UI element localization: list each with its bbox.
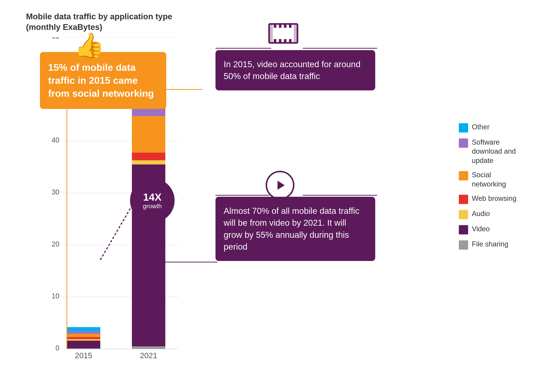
growth-sub: growth [143,203,162,210]
svg-rect-20 [67,327,100,331]
growth-main: 14X [143,191,162,203]
film-strip-icon [267,20,299,46]
svg-rect-36 [274,24,276,28]
svg-rect-38 [284,24,286,28]
svg-rect-22 [132,346,165,349]
svg-rect-16 [67,339,100,341]
hline-play-left [215,195,269,196]
svg-marker-44 [278,181,285,190]
legend-label: Social networking [472,170,524,189]
legend: OtherSoftware download and updateSocial … [459,122,524,250]
svg-text:20: 20 [52,240,60,248]
svg-rect-35 [294,24,297,43]
legend-label: Audio [472,209,490,218]
legend-swatch [459,225,468,235]
svg-line-30 [100,204,133,260]
play-triangle [274,179,287,192]
orange-callout: 15% of mobile data traffic in 2015 came … [40,52,166,109]
svg-rect-34 [269,24,273,43]
orange-callout-text: 15% of mobile data traffic in 2015 came … [48,62,154,99]
legend-swatch [459,210,468,219]
svg-rect-18 [67,334,100,337]
thumbs-up-icon: 👍 [74,31,104,59]
purple-callout-video-2021: Almost 70% of all mobile data traffic wi… [215,197,375,261]
legend-swatch [459,171,468,180]
purple-callout-video-2015: In 2015, video accounted for around 50% … [215,50,375,90]
growth-bubble: 14X growth [130,178,175,223]
legend-label: Software download and update [472,138,524,165]
svg-rect-41 [279,39,281,42]
legend-item: Video [459,224,524,235]
play-icon [266,171,295,200]
legend-swatch [459,240,468,250]
svg-text:30: 30 [52,188,60,196]
title-line1: Mobile data traffic by application type [26,11,172,22]
svg-rect-19 [67,331,100,334]
purple-top-text: In 2015, video accounted for around 50% … [224,59,360,81]
svg-text:10: 10 [52,292,60,300]
svg-rect-33 [269,24,298,43]
legend-item: Audio [459,209,524,219]
legend-label: File sharing [472,240,508,249]
chart-container: Mobile data traffic by application type … [11,11,528,390]
legend-item: Software download and update [459,138,524,165]
svg-text:40: 40 [52,136,60,144]
svg-rect-17 [67,337,100,339]
svg-rect-25 [132,152,165,160]
svg-rect-26 [132,116,165,152]
hline-film-left [215,48,271,49]
legend-label: Video [472,224,490,234]
hline-play-right [303,195,377,196]
svg-rect-15 [67,341,100,348]
svg-rect-14 [67,348,100,349]
title-line2: (monthly ExaBytes) [26,22,172,32]
svg-rect-24 [132,160,165,164]
chart-title: Mobile data traffic by application type … [26,11,172,32]
hline-film-right [303,48,377,49]
hline-video-callout [164,262,217,262]
legend-item: Other [459,122,524,132]
svg-rect-43 [289,39,292,42]
legend-swatch [459,138,468,148]
legend-item: Web browsing [459,194,524,204]
legend-label: Other [472,122,490,132]
svg-text:0: 0 [55,344,60,352]
svg-rect-42 [284,39,286,42]
svg-rect-39 [289,24,292,28]
svg-text:2021: 2021 [140,351,157,360]
legend-item: File sharing [459,240,524,250]
svg-rect-40 [274,39,276,42]
purple-bottom-text: Almost 70% of all mobile data traffic wi… [224,206,359,251]
legend-label: Web browsing [472,194,516,203]
legend-item: Social networking [459,170,524,189]
bar-2015: 2015 [67,327,100,360]
legend-swatch [459,123,468,132]
svg-text:2015: 2015 [75,351,92,360]
svg-rect-37 [279,24,281,28]
svg-text:60: 60 [52,37,60,40]
legend-swatch [459,195,468,204]
